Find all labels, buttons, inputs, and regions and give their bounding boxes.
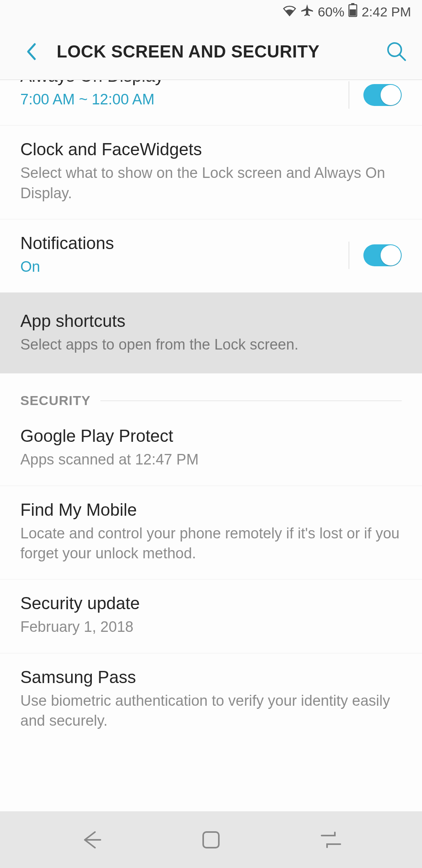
row-title: Clock and FaceWidgets [20, 140, 402, 159]
status-bar: 60% 2:42 PM [0, 0, 422, 23]
row-title: Always On Display [20, 80, 349, 86]
nav-home-icon [201, 830, 221, 850]
row-subtitle: Select what to show on the Lock screen a… [20, 163, 402, 203]
page-title: LOCK SCREEN AND SECURITY [57, 42, 383, 61]
row-app-shortcuts[interactable]: App shortcuts Select apps to open from t… [0, 292, 422, 373]
separator [349, 242, 349, 269]
nav-recents-button[interactable] [313, 822, 349, 857]
row-subtitle: 7:00 AM ~ 12:00 AM [20, 90, 349, 109]
status-icons: 60% 2:42 PM [283, 3, 411, 20]
settings-list[interactable]: Always On Display 7:00 AM ~ 12:00 AM Clo… [0, 80, 422, 811]
battery-percent: 60% [318, 4, 344, 20]
separator [349, 81, 349, 109]
airplane-icon [300, 4, 314, 20]
row-always-on-display[interactable]: Always On Display 7:00 AM ~ 12:00 AM [0, 80, 422, 126]
row-security-update[interactable]: Security update February 1, 2018 [0, 579, 422, 653]
nav-back-button[interactable] [73, 822, 109, 857]
row-subtitle: Apps scanned at 12:47 PM [20, 450, 402, 470]
toggle-always-on-display[interactable] [363, 84, 402, 106]
svg-rect-5 [203, 832, 219, 848]
back-button[interactable] [21, 40, 41, 63]
svg-rect-2 [350, 9, 356, 16]
divider [100, 400, 402, 401]
nav-recents-icon [319, 830, 343, 850]
chevron-left-icon [26, 43, 37, 61]
status-clock: 2:42 PM [361, 4, 411, 20]
row-title: Samsung Pass [20, 667, 402, 687]
row-clock-facewidgets[interactable]: Clock and FaceWidgets Select what to sho… [0, 126, 422, 219]
nav-back-icon [79, 827, 104, 852]
toggle-wrap [349, 81, 402, 109]
navigation-bar [0, 811, 422, 868]
search-button[interactable] [383, 38, 410, 65]
app-bar: LOCK SCREEN AND SECURITY [0, 23, 422, 80]
row-title: App shortcuts [20, 311, 402, 331]
battery-icon [348, 3, 358, 20]
row-google-play-protect[interactable]: Google Play Protect Apps scanned at 12:4… [0, 412, 422, 486]
row-title: Notifications [20, 233, 349, 253]
search-icon [386, 41, 407, 62]
row-title: Find My Mobile [20, 500, 402, 520]
row-subtitle: Use biometric authentication to verify y… [20, 691, 402, 731]
row-subtitle: Select apps to open from the Lock screen… [20, 335, 402, 355]
row-title: Security update [20, 594, 402, 613]
toggle-wrap [349, 242, 402, 269]
wifi-icon [283, 4, 297, 20]
svg-line-4 [400, 55, 405, 60]
row-notifications[interactable]: Notifications On [0, 219, 422, 292]
row-title: Google Play Protect [20, 426, 402, 446]
row-samsung-pass[interactable]: Samsung Pass Use biometric authenticatio… [0, 653, 422, 747]
row-find-my-mobile[interactable]: Find My Mobile Locate and control your p… [0, 486, 422, 580]
section-label: SECURITY [20, 393, 91, 408]
row-subtitle: February 1, 2018 [20, 617, 402, 637]
section-header-security: SECURITY [0, 373, 422, 412]
row-subtitle: On [20, 257, 349, 277]
row-subtitle: Locate and control your phone remotely i… [20, 524, 402, 564]
toggle-notifications[interactable] [363, 244, 402, 266]
nav-home-button[interactable] [193, 822, 229, 857]
